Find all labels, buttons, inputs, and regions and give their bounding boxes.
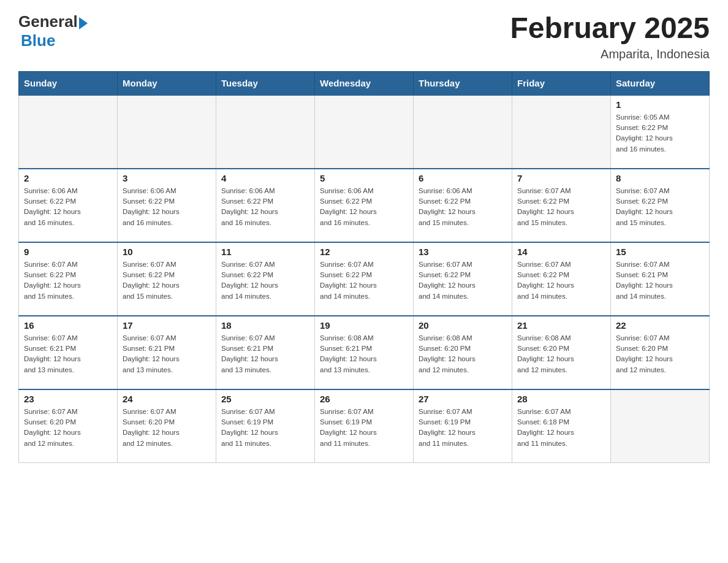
calendar-day-cell — [414, 95, 512, 169]
day-info: Sunrise: 6:06 AMSunset: 6:22 PMDaylight:… — [221, 186, 309, 228]
calendar-day-cell: 2Sunrise: 6:06 AMSunset: 6:22 PMDaylight… — [19, 169, 118, 242]
day-number: 21 — [517, 320, 605, 331]
calendar-day-cell: 8Sunrise: 6:07 AMSunset: 6:22 PMDaylight… — [611, 169, 710, 242]
day-info: Sunrise: 6:07 AMSunset: 6:22 PMDaylight:… — [517, 186, 605, 228]
calendar-week-row: 16Sunrise: 6:07 AMSunset: 6:21 PMDayligh… — [19, 316, 710, 389]
calendar-day-cell: 20Sunrise: 6:08 AMSunset: 6:20 PMDayligh… — [414, 316, 512, 389]
day-number: 10 — [123, 247, 211, 257]
day-info: Sunrise: 6:07 AMSunset: 6:22 PMDaylight:… — [320, 259, 408, 302]
header-monday: Monday — [118, 71, 216, 95]
day-number: 25 — [221, 394, 309, 404]
calendar-week-row: 2Sunrise: 6:06 AMSunset: 6:22 PMDaylight… — [19, 169, 710, 242]
day-number: 20 — [419, 320, 507, 331]
day-info: Sunrise: 6:08 AMSunset: 6:20 PMDaylight:… — [517, 333, 605, 375]
day-info: Sunrise: 6:07 AMSunset: 6:20 PMDaylight:… — [616, 333, 704, 375]
day-number: 1 — [616, 99, 704, 110]
calendar-day-cell: 25Sunrise: 6:07 AMSunset: 6:19 PMDayligh… — [216, 389, 315, 463]
day-number: 13 — [419, 247, 507, 257]
day-number: 26 — [320, 394, 408, 404]
calendar-day-cell — [315, 95, 414, 169]
day-number: 16 — [24, 320, 112, 331]
calendar-day-cell: 10Sunrise: 6:07 AMSunset: 6:22 PMDayligh… — [118, 242, 216, 316]
day-info: Sunrise: 6:05 AMSunset: 6:22 PMDaylight:… — [616, 112, 704, 155]
day-number: 12 — [320, 247, 408, 257]
calendar-day-cell: 19Sunrise: 6:08 AMSunset: 6:21 PMDayligh… — [315, 316, 414, 389]
calendar-day-cell: 26Sunrise: 6:07 AMSunset: 6:19 PMDayligh… — [315, 389, 414, 463]
header-saturday: Saturday — [611, 71, 710, 95]
calendar-day-cell: 24Sunrise: 6:07 AMSunset: 6:20 PMDayligh… — [118, 389, 216, 463]
calendar-day-cell: 4Sunrise: 6:06 AMSunset: 6:22 PMDaylight… — [216, 169, 315, 242]
day-number: 11 — [221, 247, 309, 257]
calendar-day-cell: 13Sunrise: 6:07 AMSunset: 6:22 PMDayligh… — [414, 242, 512, 316]
calendar-week-row: 1Sunrise: 6:05 AMSunset: 6:22 PMDaylight… — [19, 95, 710, 169]
calendar-table: Sunday Monday Tuesday Wednesday Thursday… — [18, 71, 710, 464]
day-info: Sunrise: 6:07 AMSunset: 6:19 PMDaylight:… — [320, 407, 408, 449]
month-title: February 2025 — [510, 12, 710, 45]
day-number: 8 — [616, 173, 704, 183]
day-number: 17 — [123, 320, 211, 331]
title-section: February 2025 Amparita, Indonesia — [510, 12, 710, 61]
day-info: Sunrise: 6:06 AMSunset: 6:22 PMDaylight:… — [320, 186, 408, 228]
day-info: Sunrise: 6:06 AMSunset: 6:22 PMDaylight:… — [123, 186, 211, 228]
calendar-day-cell: 16Sunrise: 6:07 AMSunset: 6:21 PMDayligh… — [19, 316, 118, 389]
header-tuesday: Tuesday — [216, 71, 315, 95]
day-number: 27 — [419, 394, 507, 404]
logo-general-text: General — [18, 12, 78, 31]
day-number: 23 — [24, 394, 112, 404]
day-info: Sunrise: 6:07 AMSunset: 6:18 PMDaylight:… — [517, 407, 605, 449]
calendar-day-cell — [118, 95, 216, 169]
calendar-week-row: 23Sunrise: 6:07 AMSunset: 6:20 PMDayligh… — [19, 389, 710, 463]
day-info: Sunrise: 6:07 AMSunset: 6:22 PMDaylight:… — [616, 186, 704, 228]
day-number: 6 — [419, 173, 507, 183]
day-info: Sunrise: 6:07 AMSunset: 6:19 PMDaylight:… — [419, 407, 507, 449]
day-info: Sunrise: 6:08 AMSunset: 6:21 PMDaylight:… — [320, 333, 408, 375]
day-number: 9 — [24, 247, 112, 257]
calendar-week-row: 9Sunrise: 6:07 AMSunset: 6:22 PMDaylight… — [19, 242, 710, 316]
calendar-day-cell — [512, 95, 611, 169]
day-number: 18 — [221, 320, 309, 331]
calendar-day-cell: 17Sunrise: 6:07 AMSunset: 6:21 PMDayligh… — [118, 316, 216, 389]
calendar-day-cell — [216, 95, 315, 169]
day-info: Sunrise: 6:08 AMSunset: 6:20 PMDaylight:… — [419, 333, 507, 375]
day-number: 14 — [517, 247, 605, 257]
logo-arrow-icon — [79, 17, 88, 29]
day-info: Sunrise: 6:07 AMSunset: 6:21 PMDaylight:… — [221, 333, 309, 375]
calendar-day-cell: 28Sunrise: 6:07 AMSunset: 6:18 PMDayligh… — [512, 389, 611, 463]
logo: General Blue — [18, 12, 88, 50]
header-friday: Friday — [512, 71, 611, 95]
day-number: 22 — [616, 320, 704, 331]
day-info: Sunrise: 6:07 AMSunset: 6:22 PMDaylight:… — [123, 259, 211, 302]
calendar-day-cell: 5Sunrise: 6:06 AMSunset: 6:22 PMDaylight… — [315, 169, 414, 242]
calendar-day-cell: 23Sunrise: 6:07 AMSunset: 6:20 PMDayligh… — [19, 389, 118, 463]
day-number: 24 — [123, 394, 211, 404]
header-thursday: Thursday — [414, 71, 512, 95]
day-info: Sunrise: 6:06 AMSunset: 6:22 PMDaylight:… — [24, 186, 112, 228]
calendar-day-cell: 15Sunrise: 6:07 AMSunset: 6:21 PMDayligh… — [611, 242, 710, 316]
weekday-header-row: Sunday Monday Tuesday Wednesday Thursday… — [19, 71, 710, 95]
day-number: 3 — [123, 173, 211, 183]
calendar-day-cell — [611, 389, 710, 463]
calendar-day-cell: 11Sunrise: 6:07 AMSunset: 6:22 PMDayligh… — [216, 242, 315, 316]
page-header: General Blue February 2025 Amparita, Ind… — [18, 12, 710, 61]
day-number: 5 — [320, 173, 408, 183]
day-number: 28 — [517, 394, 605, 404]
day-info: Sunrise: 6:06 AMSunset: 6:22 PMDaylight:… — [419, 186, 507, 228]
logo-blue-text: Blue — [21, 31, 55, 50]
day-info: Sunrise: 6:07 AMSunset: 6:21 PMDaylight:… — [24, 333, 112, 375]
day-info: Sunrise: 6:07 AMSunset: 6:22 PMDaylight:… — [517, 259, 605, 302]
calendar-day-cell: 3Sunrise: 6:06 AMSunset: 6:22 PMDaylight… — [118, 169, 216, 242]
calendar-day-cell — [19, 95, 118, 169]
day-number: 2 — [24, 173, 112, 183]
day-info: Sunrise: 6:07 AMSunset: 6:22 PMDaylight:… — [221, 259, 309, 302]
day-info: Sunrise: 6:07 AMSunset: 6:22 PMDaylight:… — [24, 259, 112, 302]
day-info: Sunrise: 6:07 AMSunset: 6:20 PMDaylight:… — [123, 407, 211, 449]
header-wednesday: Wednesday — [315, 71, 414, 95]
day-number: 15 — [616, 247, 704, 257]
day-info: Sunrise: 6:07 AMSunset: 6:21 PMDaylight:… — [123, 333, 211, 375]
calendar-day-cell: 1Sunrise: 6:05 AMSunset: 6:22 PMDaylight… — [611, 95, 710, 169]
day-info: Sunrise: 6:07 AMSunset: 6:19 PMDaylight:… — [221, 407, 309, 449]
calendar-day-cell: 7Sunrise: 6:07 AMSunset: 6:22 PMDaylight… — [512, 169, 611, 242]
calendar-day-cell: 22Sunrise: 6:07 AMSunset: 6:20 PMDayligh… — [611, 316, 710, 389]
location-text: Amparita, Indonesia — [510, 47, 710, 61]
day-number: 4 — [221, 173, 309, 183]
